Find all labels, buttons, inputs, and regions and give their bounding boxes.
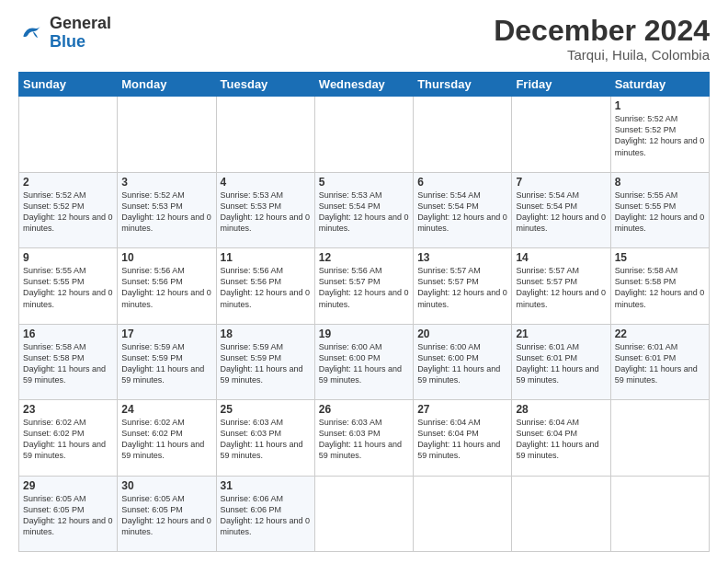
day-number: 27 (417, 403, 507, 416)
day-info: Sunrise: 6:04 AMSunset: 6:04 PMDaylight:… (417, 417, 507, 462)
calendar-cell (512, 476, 610, 551)
header: General Blue December 2024 Tarqui, Huila… (18, 15, 710, 63)
day-info: Sunrise: 5:55 AMSunset: 5:55 PMDaylight:… (23, 265, 113, 310)
day-number: 1 (615, 99, 705, 112)
calendar-cell: 21Sunrise: 6:01 AMSunset: 6:01 PMDayligh… (512, 324, 610, 399)
calendar-cell: 28Sunrise: 6:04 AMSunset: 6:04 PMDayligh… (512, 400, 610, 476)
day-number: 29 (23, 479, 113, 492)
day-number: 23 (23, 403, 113, 416)
calendar-cell: 25Sunrise: 6:03 AMSunset: 6:03 PMDayligh… (216, 400, 314, 476)
day-info: Sunrise: 6:00 AMSunset: 6:00 PMDaylight:… (417, 341, 507, 386)
calendar-cell (610, 400, 709, 476)
location: Tarqui, Huila, Colombia (494, 47, 710, 63)
calendar-cell: 30Sunrise: 6:05 AMSunset: 6:05 PMDayligh… (118, 476, 216, 551)
calendar-cell: 20Sunrise: 6:00 AMSunset: 6:00 PMDayligh… (414, 324, 512, 399)
day-info: Sunrise: 6:05 AMSunset: 6:05 PMDaylight:… (23, 493, 113, 538)
day-info: Sunrise: 6:06 AMSunset: 6:06 PMDaylight:… (221, 493, 311, 538)
title-block: December 2024 Tarqui, Huila, Colombia (494, 15, 710, 63)
day-info: Sunrise: 5:57 AMSunset: 5:57 PMDaylight:… (516, 265, 606, 310)
day-info: Sunrise: 6:02 AMSunset: 6:02 PMDaylight:… (23, 417, 113, 462)
calendar-cell: 2Sunrise: 5:52 AMSunset: 5:52 PMDaylight… (19, 172, 118, 247)
col-sunday: Sunday (19, 73, 118, 97)
logo-bird-icon (18, 20, 44, 46)
day-info: Sunrise: 6:03 AMSunset: 6:03 PMDaylight:… (221, 417, 311, 462)
day-info: Sunrise: 6:00 AMSunset: 6:00 PMDaylight:… (319, 341, 409, 386)
calendar-cell: 10Sunrise: 5:56 AMSunset: 5:56 PMDayligh… (118, 248, 216, 324)
calendar-week-3: 16Sunrise: 5:58 AMSunset: 5:58 PMDayligh… (19, 324, 710, 399)
day-number: 9 (23, 251, 113, 264)
calendar-cell (314, 97, 413, 172)
day-number: 30 (121, 479, 211, 492)
day-info: Sunrise: 5:55 AMSunset: 5:55 PMDaylight:… (615, 190, 705, 235)
calendar-cell (118, 97, 216, 172)
day-number: 5 (319, 176, 409, 189)
day-info: Sunrise: 6:05 AMSunset: 6:05 PMDaylight:… (121, 493, 211, 538)
day-info: Sunrise: 5:52 AMSunset: 5:52 PMDaylight:… (615, 113, 705, 158)
day-info: Sunrise: 6:04 AMSunset: 6:04 PMDaylight:… (516, 417, 606, 462)
day-info: Sunrise: 5:57 AMSunset: 5:57 PMDaylight:… (417, 265, 507, 310)
calendar-cell (414, 476, 512, 551)
day-info: Sunrise: 5:56 AMSunset: 5:57 PMDaylight:… (319, 265, 409, 310)
calendar-header-row: Sunday Monday Tuesday Wednesday Thursday… (19, 73, 710, 97)
day-number: 21 (516, 327, 606, 340)
day-info: Sunrise: 5:56 AMSunset: 5:56 PMDaylight:… (221, 265, 311, 310)
day-number: 2 (23, 176, 113, 189)
calendar-cell: 31Sunrise: 6:06 AMSunset: 6:06 PMDayligh… (216, 476, 314, 551)
calendar-cell (414, 97, 512, 172)
calendar-table: Sunday Monday Tuesday Wednesday Thursday… (18, 72, 710, 552)
day-number: 15 (615, 251, 705, 264)
calendar-cell (216, 97, 314, 172)
day-info: Sunrise: 6:01 AMSunset: 6:01 PMDaylight:… (615, 341, 705, 386)
day-info: Sunrise: 5:52 AMSunset: 5:52 PMDaylight:… (23, 190, 113, 235)
calendar-cell: 26Sunrise: 6:03 AMSunset: 6:03 PMDayligh… (314, 400, 413, 476)
calendar-cell: 9Sunrise: 5:55 AMSunset: 5:55 PMDaylight… (19, 248, 118, 324)
calendar-cell: 15Sunrise: 5:58 AMSunset: 5:58 PMDayligh… (610, 248, 709, 324)
day-number: 7 (516, 176, 606, 189)
calendar-cell: 5Sunrise: 5:53 AMSunset: 5:54 PMDaylight… (314, 172, 413, 247)
day-number: 31 (221, 479, 311, 492)
calendar-cell: 18Sunrise: 5:59 AMSunset: 5:59 PMDayligh… (216, 324, 314, 399)
day-number: 28 (516, 403, 606, 416)
col-saturday: Saturday (610, 73, 709, 97)
calendar-cell: 23Sunrise: 6:02 AMSunset: 6:02 PMDayligh… (19, 400, 118, 476)
day-info: Sunrise: 5:54 AMSunset: 5:54 PMDaylight:… (516, 190, 606, 235)
day-number: 4 (221, 176, 311, 189)
logo-general: General (50, 14, 111, 32)
calendar-cell: 13Sunrise: 5:57 AMSunset: 5:57 PMDayligh… (414, 248, 512, 324)
calendar-cell: 24Sunrise: 6:02 AMSunset: 6:02 PMDayligh… (118, 400, 216, 476)
day-info: Sunrise: 5:58 AMSunset: 5:58 PMDaylight:… (615, 265, 705, 310)
day-number: 17 (121, 327, 211, 340)
day-number: 12 (319, 251, 409, 264)
day-info: Sunrise: 6:02 AMSunset: 6:02 PMDaylight:… (121, 417, 211, 462)
month-title: December 2024 (494, 15, 710, 47)
calendar-cell: 4Sunrise: 5:53 AMSunset: 5:53 PMDaylight… (216, 172, 314, 247)
day-number: 8 (615, 176, 705, 189)
calendar-cell (314, 476, 413, 551)
day-number: 19 (319, 327, 409, 340)
day-number: 25 (221, 403, 311, 416)
day-info: Sunrise: 5:58 AMSunset: 5:58 PMDaylight:… (23, 341, 113, 386)
calendar-cell: 29Sunrise: 6:05 AMSunset: 6:05 PMDayligh… (19, 476, 118, 551)
day-number: 26 (319, 403, 409, 416)
day-info: Sunrise: 5:52 AMSunset: 5:53 PMDaylight:… (121, 190, 211, 235)
calendar-week-5: 29Sunrise: 6:05 AMSunset: 6:05 PMDayligh… (19, 476, 710, 551)
logo: General Blue (18, 15, 111, 52)
calendar-week-0: 1Sunrise: 5:52 AMSunset: 5:52 PMDaylight… (19, 97, 710, 172)
calendar-week-2: 9Sunrise: 5:55 AMSunset: 5:55 PMDaylight… (19, 248, 710, 324)
calendar-cell: 19Sunrise: 6:00 AMSunset: 6:00 PMDayligh… (314, 324, 413, 399)
calendar-cell: 7Sunrise: 5:54 AMSunset: 5:54 PMDaylight… (512, 172, 610, 247)
day-info: Sunrise: 5:53 AMSunset: 5:53 PMDaylight:… (221, 190, 311, 235)
calendar-cell (19, 97, 118, 172)
calendar-cell: 27Sunrise: 6:04 AMSunset: 6:04 PMDayligh… (414, 400, 512, 476)
day-number: 24 (121, 403, 211, 416)
col-thursday: Thursday (414, 73, 512, 97)
day-number: 20 (417, 327, 507, 340)
calendar-cell: 17Sunrise: 5:59 AMSunset: 5:59 PMDayligh… (118, 324, 216, 399)
day-info: Sunrise: 6:01 AMSunset: 6:01 PMDaylight:… (516, 341, 606, 386)
day-info: Sunrise: 5:56 AMSunset: 5:56 PMDaylight:… (121, 265, 211, 310)
day-number: 16 (23, 327, 113, 340)
calendar-week-4: 23Sunrise: 6:02 AMSunset: 6:02 PMDayligh… (19, 400, 710, 476)
day-info: Sunrise: 5:59 AMSunset: 5:59 PMDaylight:… (221, 341, 311, 386)
day-number: 3 (121, 176, 211, 189)
calendar-cell: 22Sunrise: 6:01 AMSunset: 6:01 PMDayligh… (610, 324, 709, 399)
